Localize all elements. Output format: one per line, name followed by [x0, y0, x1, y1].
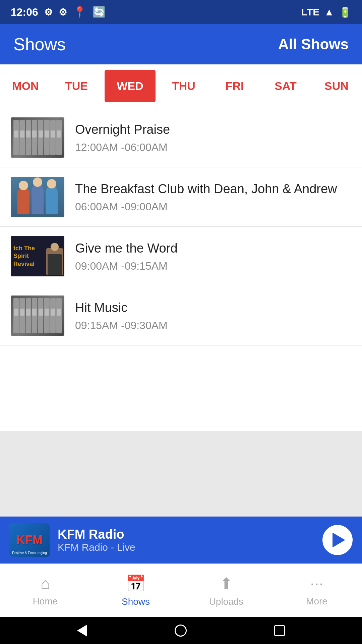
android-nav-bar	[0, 617, 362, 644]
show-info: The Breakfast Club with Dean, John & And…	[75, 181, 351, 213]
status-bar: 12:06 ⚙ ⚙ 📍 🔄 LTE ▲ 🔋	[0, 0, 362, 24]
calendar-icon: 📅	[126, 574, 146, 593]
settings-icon: ⚙	[44, 7, 53, 18]
day-tabs: MON TUE WED THU FRI SAT SUN	[0, 64, 362, 108]
show-item[interactable]: Hit Music 09:15AM -09:30AM	[0, 286, 362, 345]
show-thumbnail	[11, 117, 64, 158]
battery-icon: 🔋	[339, 6, 351, 18]
show-item[interactable]: tch TheSpiritRevival Give me the Word 09…	[0, 227, 362, 286]
all-shows-button[interactable]: All Shows	[278, 36, 349, 53]
now-playing-bar[interactable]: KFM Positive & Encouraging KFM Radio KFM…	[0, 517, 362, 564]
home-button[interactable]	[175, 625, 187, 637]
location-icon: 📍	[73, 6, 86, 18]
nav-uploads[interactable]: ⬆ Uploads	[181, 564, 272, 617]
show-time: 12:00AM -06:00AM	[75, 141, 351, 154]
nav-uploads-label: Uploads	[209, 596, 244, 607]
tab-wed[interactable]: WED	[105, 70, 156, 102]
nav-home-label: Home	[33, 596, 58, 607]
nav-shows-label: Shows	[122, 596, 150, 607]
content-spacer	[0, 431, 362, 517]
lte-indicator: LTE	[301, 6, 319, 18]
show-time: 06:00AM -09:00AM	[75, 201, 351, 213]
show-thumbnail	[11, 296, 64, 336]
tab-fri[interactable]: FRI	[209, 64, 260, 108]
show-item[interactable]: The Breakfast Club with Dean, John & And…	[0, 167, 362, 227]
tab-thu[interactable]: THU	[158, 64, 209, 108]
station-name: KFM Radio	[58, 527, 322, 542]
page-title: Shows	[13, 34, 66, 54]
nav-home[interactable]: ⌂ Home	[0, 564, 90, 617]
now-playing-info: KFM Radio KFM Radio - Live	[58, 527, 322, 553]
station-logo: KFM Positive & Encouraging	[9, 523, 50, 557]
tab-tue[interactable]: TUE	[51, 64, 102, 108]
back-button[interactable]	[77, 625, 87, 637]
settings2-icon: ⚙	[59, 7, 67, 18]
show-info: Hit Music 09:15AM -09:30AM	[75, 300, 351, 332]
show-name: Give me the Word	[75, 240, 351, 257]
nav-shows[interactable]: 📅 Shows	[90, 564, 181, 617]
play-button[interactable]	[322, 525, 353, 555]
station-subtitle: KFM Radio - Live	[58, 542, 322, 553]
show-thumbnail	[11, 177, 64, 217]
sync-icon: 🔄	[93, 6, 106, 18]
show-info: Overnight Praise 12:00AM -06:00AM	[75, 121, 351, 154]
more-icon: ···	[310, 574, 323, 593]
nav-more-label: More	[306, 596, 327, 607]
header: Shows All Shows	[0, 24, 362, 64]
show-name: Hit Music	[75, 300, 351, 316]
tab-sun[interactable]: SUN	[311, 64, 362, 108]
show-time: 09:00AM -09:15AM	[75, 260, 351, 272]
show-thumbnail: tch TheSpiritRevival	[11, 236, 64, 276]
upload-icon: ⬆	[220, 574, 233, 593]
home-icon: ⌂	[41, 574, 50, 593]
play-icon	[333, 533, 345, 547]
bottom-nav: ⌂ Home 📅 Shows ⬆ Uploads ··· More	[0, 564, 362, 617]
show-name: Overnight Praise	[75, 121, 351, 138]
show-item[interactable]: Overnight Praise 12:00AM -06:00AM	[0, 108, 362, 167]
signal-icon: ▲	[324, 6, 334, 18]
nav-more[interactable]: ··· More	[272, 564, 362, 617]
show-name: The Breakfast Club with Dean, John & And…	[75, 181, 351, 197]
tab-mon[interactable]: MON	[0, 64, 51, 108]
recents-button[interactable]	[274, 625, 285, 636]
show-time: 09:15AM -09:30AM	[75, 319, 351, 332]
show-list: Overnight Praise 12:00AM -06:00AM The Br…	[0, 108, 362, 431]
show-info: Give me the Word 09:00AM -09:15AM	[75, 240, 351, 272]
status-time: 12:06	[11, 6, 38, 18]
tab-sat[interactable]: SAT	[260, 64, 311, 108]
